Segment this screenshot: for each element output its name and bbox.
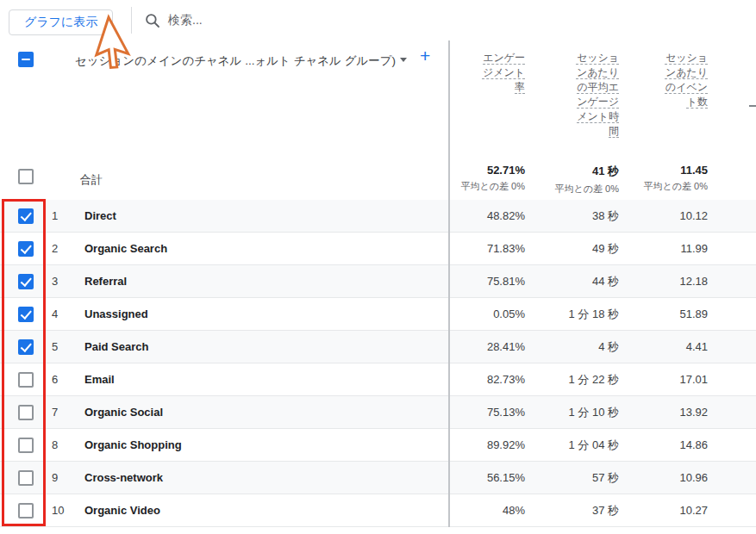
table-row[interactable]: 8 Organic Shopping 89.92% 1 分 04 秒 14.86 xyxy=(0,429,756,462)
row-checkbox[interactable] xyxy=(18,405,34,420)
engagement-rate-value: 28.41% xyxy=(449,340,525,353)
table-header: セッションのメインのチャネル ...ォルト チャネル グループ) + エンゲー … xyxy=(0,40,756,158)
row-checkbox[interactable] xyxy=(18,274,34,289)
engagement-rate-value: 89.92% xyxy=(449,438,525,451)
table-row[interactable]: 2 Organic Search 71.83% 49 秒 11.99 xyxy=(0,233,756,265)
search-placeholder: 検索... xyxy=(168,13,203,28)
avg-engagement-time-value: 1 分 04 秒 xyxy=(525,438,619,453)
totals-label: 合計 xyxy=(80,172,103,188)
channel-name: Organic Shopping xyxy=(84,438,182,451)
row-checkbox[interactable] xyxy=(18,438,34,453)
channel-name: Email xyxy=(84,373,115,386)
channel-name: Paid Search xyxy=(84,340,148,353)
metric-header-avg-engagement-time[interactable]: セッショ ンあたり の平均エ ンゲージ メント時 間 xyxy=(525,51,619,139)
dimension-header-label: セッションのメインのチャネル ...ォルト チャネル グループ) xyxy=(75,53,396,69)
row-values: 48% 37 秒 10.27 xyxy=(449,494,708,526)
row-index: 3 xyxy=(52,275,68,288)
row-checkbox[interactable] xyxy=(18,372,34,388)
table-row[interactable]: 6 Email 82.73% 1 分 22 秒 17.01 xyxy=(0,363,756,396)
row-checkbox[interactable] xyxy=(18,503,34,518)
metric-headers: エンゲー ジメント 率 セッショ ンあたり の平均エ ンゲージ メント時 間 セ… xyxy=(449,51,708,139)
metric-header-engagement-rate[interactable]: エンゲー ジメント 率 xyxy=(449,51,525,139)
totals-delta: 平均との差 0% xyxy=(619,180,708,193)
events-per-session-value: 13.92 xyxy=(619,406,708,419)
avg-engagement-time-value: 1 分 22 秒 xyxy=(525,372,619,388)
engagement-rate-value: 56.15% xyxy=(449,471,525,484)
table-row[interactable]: 1 Direct 48.82% 38 秒 10.12 xyxy=(0,200,756,233)
table-row[interactable]: 3 Referral 75.81% 44 秒 12.18 xyxy=(0,265,756,298)
row-index: 7 xyxy=(52,406,68,419)
row-index: 2 xyxy=(52,242,68,255)
row-checkbox[interactable] xyxy=(18,307,34,322)
channel-name: Organic Social xyxy=(84,406,163,419)
engagement-rate-value: 48.82% xyxy=(449,209,525,222)
table-row[interactable]: 7 Organic Social 75.13% 1 分 10 秒 13.92 xyxy=(0,396,756,429)
row-checkbox[interactable] xyxy=(18,470,34,486)
events-per-session-value: 12.18 xyxy=(619,275,708,288)
totals-cell: 41 秒 平均との差 0% xyxy=(525,164,619,196)
engagement-rate-value: 0.05% xyxy=(449,307,525,320)
row-index: 1 xyxy=(52,209,68,222)
row-index: 10 xyxy=(52,504,68,517)
toolbar: グラフに表示 検索... xyxy=(0,0,756,41)
toolbar-divider xyxy=(131,7,132,34)
events-per-session-value: 10.96 xyxy=(619,471,708,484)
totals-cell: 11.45 平均との差 0% xyxy=(619,164,708,196)
events-per-session-value: 10.27 xyxy=(619,504,708,517)
engagement-rate-value: 82.73% xyxy=(449,373,525,386)
row-values: 48.82% 38 秒 10.12 xyxy=(449,200,708,232)
events-per-session-value: 4.41 xyxy=(619,340,708,353)
engagement-rate-value: 48% xyxy=(449,504,525,517)
channel-name: Direct xyxy=(84,209,116,222)
metric-header-events-per-session[interactable]: セッショ ンあたり のイベン ト数 xyxy=(619,51,708,139)
table-row[interactable]: 10 Organic Video 48% 37 秒 10.27 xyxy=(0,494,756,527)
show-in-graph-button[interactable]: グラフに表示 xyxy=(9,9,113,35)
events-per-session-value: 14.86 xyxy=(619,438,708,451)
table-row[interactable]: 5 Paid Search 28.41% 4 秒 4.41 xyxy=(0,331,756,363)
events-per-session-value: 17.01 xyxy=(619,373,708,386)
search-box[interactable]: 検索... xyxy=(145,10,203,31)
avg-engagement-time-value: 1 分 10 秒 xyxy=(525,405,619,420)
row-values: 56.15% 57 秒 10.96 xyxy=(449,462,708,494)
totals-delta: 平均との差 0% xyxy=(449,180,525,193)
channel-name: Organic Search xyxy=(84,242,167,255)
row-values: 71.83% 49 秒 11.99 xyxy=(449,233,708,264)
engagement-rate-value: 75.13% xyxy=(449,406,525,419)
row-values: 75.13% 1 分 10 秒 13.92 xyxy=(449,396,708,428)
truncated-column-dash xyxy=(749,105,756,107)
table-row[interactable]: 9 Cross-network 56.15% 57 秒 10.96 xyxy=(0,462,756,494)
row-checkbox[interactable] xyxy=(18,339,34,355)
events-per-session-value: 10.12 xyxy=(619,209,708,222)
row-index: 9 xyxy=(52,471,68,484)
avg-engagement-time-value: 49 秒 xyxy=(525,241,619,257)
channel-name: Referral xyxy=(84,275,127,288)
totals-metrics: 52.71% 平均との差 0% 41 秒 平均との差 0% 11.45 平均との… xyxy=(449,164,708,196)
row-index: 8 xyxy=(52,438,68,451)
row-checkbox[interactable] xyxy=(18,208,34,224)
engagement-rate-value: 71.83% xyxy=(449,242,525,255)
totals-value: 11.45 xyxy=(619,164,708,177)
avg-engagement-time-value: 57 秒 xyxy=(525,470,619,486)
analytics-table-view: グラフに表示 検索... セッションのメインのチャネル ...ォルト チャネル … xyxy=(0,0,756,534)
engagement-rate-value: 75.81% xyxy=(449,275,525,288)
totals-cell: 52.71% 平均との差 0% xyxy=(449,164,525,196)
channel-name: Cross-network xyxy=(84,471,163,484)
totals-row: 合計 52.71% 平均との差 0% 41 秒 平均との差 0% 11.45 平… xyxy=(0,157,756,201)
table-row[interactable]: 4 Unassigned 0.05% 1 分 18 秒 51.89 xyxy=(0,298,756,331)
select-all-checkbox[interactable] xyxy=(18,52,34,67)
row-values: 82.73% 1 分 22 秒 17.01 xyxy=(449,363,708,395)
avg-engagement-time-value: 37 秒 xyxy=(525,503,619,518)
chevron-down-icon[interactable] xyxy=(400,58,407,62)
channel-name: Organic Video xyxy=(84,504,160,517)
row-checkbox[interactable] xyxy=(18,241,34,257)
avg-engagement-time-value: 38 秒 xyxy=(525,208,619,224)
avg-engagement-time-value: 4 秒 xyxy=(525,339,619,355)
totals-checkbox[interactable] xyxy=(18,169,34,184)
row-values: 0.05% 1 分 18 秒 51.89 xyxy=(449,298,708,330)
channel-name: Unassigned xyxy=(84,307,148,320)
events-per-session-value: 11.99 xyxy=(619,242,708,255)
events-per-session-value: 51.89 xyxy=(619,307,708,320)
row-index: 5 xyxy=(52,340,68,353)
add-dimension-button[interactable]: + xyxy=(420,47,430,65)
avg-engagement-time-value: 44 秒 xyxy=(525,274,619,289)
